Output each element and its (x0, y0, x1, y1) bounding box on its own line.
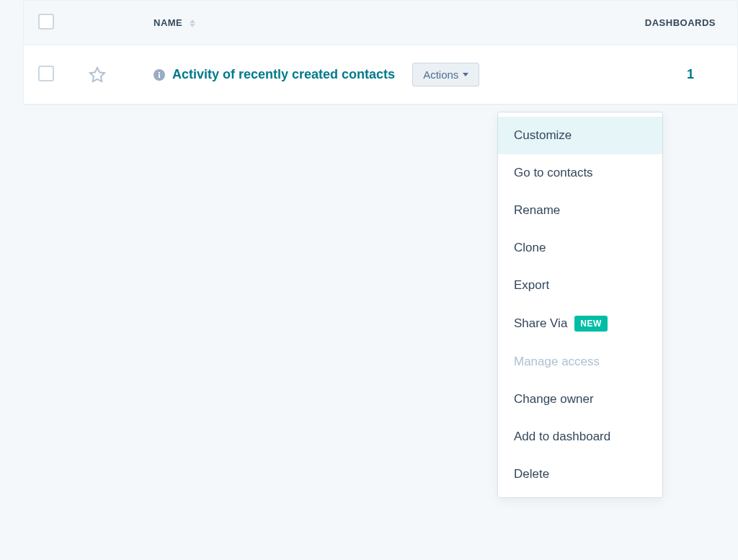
dashboards-count-link[interactable]: 1 (687, 67, 694, 81)
actions-dropdown: Customize Go to contacts Rename Clone Ex… (497, 112, 663, 498)
dropdown-item-label: Add to dashboard (514, 430, 610, 444)
column-header-favorite (74, 1, 139, 45)
row-checkbox[interactable] (38, 66, 54, 81)
reports-table: NAME DASHBOARDS (23, 0, 738, 105)
column-header-name-label: NAME (154, 17, 182, 28)
select-all-checkbox[interactable] (38, 14, 54, 30)
column-header-dashboards[interactable]: DASHBOARDS (629, 1, 737, 45)
actions-button-label: Actions (423, 68, 458, 81)
dropdown-item-manage-access: Manage access (498, 343, 662, 381)
svg-marker-0 (90, 68, 105, 81)
dropdown-item-customize[interactable]: Customize (498, 117, 662, 154)
dropdown-item-label: Rename (514, 203, 560, 218)
dropdown-item-label: Share Via (514, 316, 567, 331)
dropdown-item-delete[interactable]: Delete (498, 455, 662, 493)
dropdown-item-add-to-dashboard[interactable]: Add to dashboard (498, 418, 662, 455)
report-name-link[interactable]: Activity of recently created contacts (172, 67, 395, 82)
dropdown-item-clone[interactable]: Clone (498, 229, 662, 267)
new-badge: NEW (574, 316, 608, 332)
svg-rect-3 (159, 72, 160, 74)
column-header-dashboards-label: DASHBOARDS (645, 17, 716, 28)
dropdown-item-go-to-contacts[interactable]: Go to contacts (498, 154, 662, 192)
dropdown-item-label: Go to contacts (514, 166, 593, 180)
actions-button[interactable]: Actions (412, 63, 479, 86)
table-header-row: NAME DASHBOARDS (24, 1, 737, 45)
dropdown-item-change-owner[interactable]: Change owner (498, 381, 662, 418)
column-header-name[interactable]: NAME (139, 1, 629, 45)
favorite-star-icon[interactable] (89, 66, 125, 84)
caret-down-icon (463, 73, 468, 76)
dropdown-item-label: Delete (514, 467, 549, 481)
info-icon[interactable] (154, 69, 165, 81)
dropdown-item-export[interactable]: Export (498, 267, 662, 304)
column-header-checkbox (24, 1, 74, 45)
dropdown-item-label: Change owner (514, 392, 594, 406)
sort-icon (190, 19, 195, 27)
dropdown-item-label: Export (514, 278, 549, 293)
dropdown-item-label: Clone (514, 241, 546, 255)
dropdown-item-label: Manage access (514, 355, 600, 369)
dropdown-item-share-via[interactable]: Share Via NEW (498, 304, 662, 343)
svg-rect-2 (159, 74, 160, 78)
table-row: Activity of recently created contacts Ac… (24, 45, 737, 105)
dropdown-item-rename[interactable]: Rename (498, 192, 662, 229)
dropdown-item-label: Customize (514, 128, 572, 143)
